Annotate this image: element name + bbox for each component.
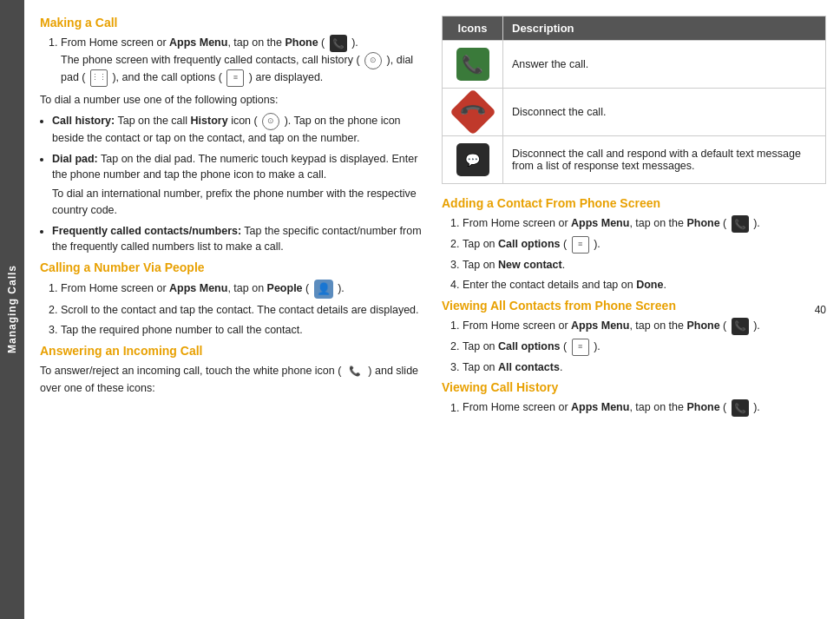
- sidebar: Managing Calls: [0, 0, 24, 619]
- list-item: Tap on New contact.: [463, 257, 826, 273]
- icon-cell-disconnect-text: 💬: [443, 136, 503, 184]
- answering-text: To answer/reject an incoming call, touch…: [40, 363, 424, 397]
- list-item: Tap on Call options ( ≡ ).: [463, 236, 826, 254]
- table-row: 📞 Answer the call.: [443, 41, 826, 89]
- section-viewing-call-history: Viewing Call History From Home screen or…: [442, 380, 826, 422]
- dialpad-icon: ⋮⋮: [90, 69, 108, 87]
- history-icon-2: ⊙: [262, 113, 279, 130]
- desc-cell-disconnect-text: Disconnect the call and respond with a d…: [503, 136, 826, 184]
- phone-icon: 📞: [330, 35, 347, 52]
- bullet-dial-pad: Dial pad: Tap on the dial pad. The numer…: [52, 151, 424, 219]
- phone-icon-4: 📞: [732, 318, 749, 335]
- list-item: From Home screen or Apps Menu, tap on th…: [61, 35, 424, 87]
- answer-call-icon: 📞: [456, 48, 489, 81]
- list-item: Scroll to the contact and tap the contac…: [61, 302, 424, 319]
- table-header-icons: Icons: [443, 16, 503, 41]
- heading-making-a-call: Making a Call: [40, 16, 424, 30]
- heading-viewing-contacts: Viewing All Contacts from Phone Screen: [442, 299, 826, 313]
- heading-answering-call: Answering an Incoming Call: [40, 344, 424, 358]
- list-item: From Home screen or Apps Menu, tap on th…: [463, 318, 826, 335]
- desc-cell-disconnect: Disconnect the call.: [503, 89, 826, 136]
- table-row: 💬 Disconnect the call and respond with a…: [443, 136, 826, 184]
- people-icon: 👤: [314, 280, 333, 299]
- disconnect-call-icon: 📞: [450, 89, 496, 135]
- sidebar-label: Managing Calls: [6, 265, 18, 353]
- icons-table: Icons Description 📞 Answer the call. 📞 D…: [442, 16, 826, 184]
- main-content: Making a Call From Home screen or Apps M…: [24, 0, 840, 619]
- bullet-frequently-called: Frequently called contacts/numbers: Tap …: [52, 223, 424, 256]
- section-adding-contact: Adding a Contact From Phone Screen From …: [442, 196, 826, 299]
- options-icon-3: ≡: [572, 339, 589, 356]
- icon-cell-answer: 📞: [443, 41, 503, 89]
- desc-cell-answer: Answer the call.: [503, 41, 826, 89]
- table-header-description: Description: [503, 16, 826, 41]
- options-icon-2: ≡: [572, 236, 589, 254]
- options-icon: ≡: [226, 69, 244, 87]
- section-viewing-contacts: Viewing All Contacts from Phone Screen F…: [442, 299, 826, 381]
- section-making-a-call: Making a Call From Home screen or Apps M…: [40, 16, 424, 260]
- left-column: Making a Call From Home screen or Apps M…: [40, 16, 424, 603]
- section-answering-call: Answering an Incoming Call To answer/rej…: [40, 344, 424, 401]
- page-number: 40: [815, 304, 826, 316]
- list-item: Tap on Call options ( ≡ ).: [463, 339, 826, 356]
- bullet-call-history: Call history: Tap on the call History ic…: [52, 113, 424, 147]
- list-item: From Home screen or Apps Menu, tap on th…: [463, 215, 826, 233]
- list-item: Enter the contact details and tap on Don…: [463, 277, 826, 293]
- list-item: From Home screen or Apps Menu, tap on th…: [463, 399, 826, 417]
- icon-cell-disconnect: 📞: [443, 89, 503, 136]
- heading-viewing-call-history: Viewing Call History: [442, 380, 826, 394]
- disconnect-text-icon: 💬: [456, 143, 489, 176]
- phone-icon-3: 📞: [732, 215, 749, 233]
- heading-adding-contact: Adding a Contact From Phone Screen: [442, 196, 826, 210]
- list-item: Tap on All contacts.: [463, 359, 826, 376]
- table-row: 📞 Disconnect the call.: [443, 89, 826, 136]
- heading-calling-via-people: Calling a Number Via People: [40, 260, 424, 274]
- list-item: Tap the required phone number to call th…: [61, 322, 424, 339]
- right-column: Icons Description 📞 Answer the call. 📞 D…: [442, 16, 826, 603]
- to-dial-text: To dial a number use one of the followin…: [40, 92, 424, 109]
- history-icon: ⊙: [364, 52, 382, 69]
- list-item: From Home screen or Apps Menu, tap on Pe…: [61, 280, 424, 299]
- phone-icon-5: 📞: [732, 399, 749, 417]
- section-calling-via-people: Calling a Number Via People From Home sc…: [40, 260, 424, 344]
- white-phone-icon: 📞: [346, 363, 364, 380]
